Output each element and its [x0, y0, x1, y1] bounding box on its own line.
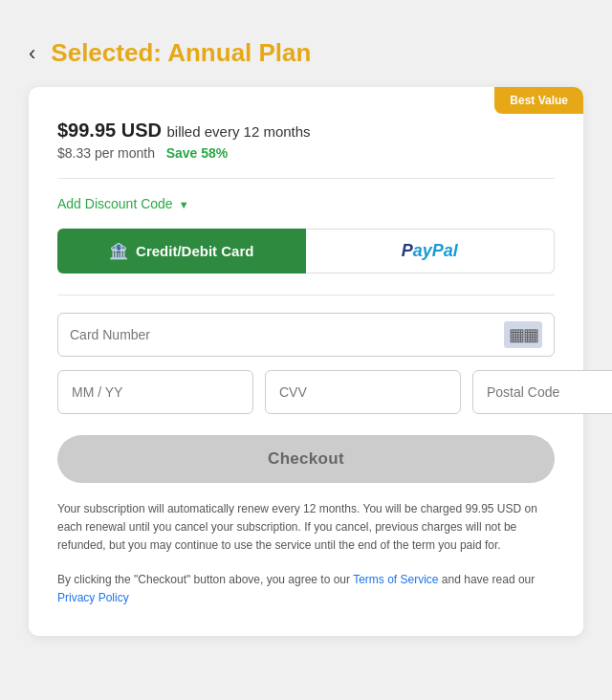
- save-text: Save 58%: [166, 145, 229, 161]
- page-wrapper: ‹ Selected: Annual Plan Best Value $99.9…: [0, 19, 612, 655]
- payment-card: Best Value $99.95 USD billed every 12 mo…: [29, 87, 583, 636]
- best-value-badge: Best Value: [494, 87, 583, 114]
- divider-2: [57, 295, 555, 295]
- billed-text: billed every 12 months: [167, 123, 311, 140]
- card-number-row: ▦▦: [57, 313, 555, 357]
- discount-code-toggle[interactable]: Add Discount Code ▼: [57, 196, 555, 211]
- card-details-row: [57, 370, 555, 414]
- payment-method-tabs: 🏦 Credit/Debit Card PayPal: [57, 229, 555, 273]
- credit-card-tab[interactable]: 🏦 Credit/Debit Card: [57, 229, 306, 273]
- checkout-button[interactable]: Checkout: [57, 435, 555, 483]
- header: ‹ Selected: Annual Plan: [29, 38, 583, 68]
- title-static: Selected:: [51, 38, 167, 67]
- discount-arrow-icon: ▼: [179, 199, 189, 210]
- price-main: $99.95 USD billed every 12 months: [57, 120, 555, 142]
- expiry-input[interactable]: [57, 370, 253, 414]
- paypal-p: P: [402, 241, 413, 261]
- divider-1: [57, 178, 555, 179]
- card-number-input[interactable]: [70, 327, 504, 342]
- tos-text: By clicking the "Checkout" button above,…: [57, 571, 555, 607]
- card-chip-icon: ▦▦: [504, 321, 542, 348]
- credit-card-icon: 🏦: [109, 242, 128, 260]
- tos-mid: and have read our: [439, 573, 536, 586]
- price-amount: $99.95 USD: [57, 120, 162, 141]
- paypal-tab[interactable]: PayPal: [306, 229, 556, 273]
- price-sub: $8.33 per month Save 58%: [57, 145, 555, 161]
- paypal-aypal: ayPal: [413, 241, 458, 261]
- cc-tab-label: Credit/Debit Card: [136, 243, 253, 259]
- plan-name: Annual Plan: [167, 38, 311, 67]
- back-button[interactable]: ‹: [29, 43, 35, 64]
- postal-input[interactable]: [472, 370, 612, 414]
- renewal-text: Your subscription will automatically ren…: [57, 500, 555, 556]
- terms-of-service-link[interactable]: Terms of Service: [353, 573, 438, 586]
- per-month-text: $8.33 per month: [57, 145, 155, 161]
- cvv-input[interactable]: [265, 370, 461, 414]
- privacy-policy-link[interactable]: Privacy Policy: [57, 591, 129, 604]
- discount-label: Add Discount Code: [57, 196, 173, 211]
- price-section: $99.95 USD billed every 12 months $8.33 …: [57, 120, 555, 161]
- tos-before: By clicking the "Checkout" button above,…: [57, 573, 353, 586]
- page-title: Selected: Annual Plan: [51, 38, 311, 68]
